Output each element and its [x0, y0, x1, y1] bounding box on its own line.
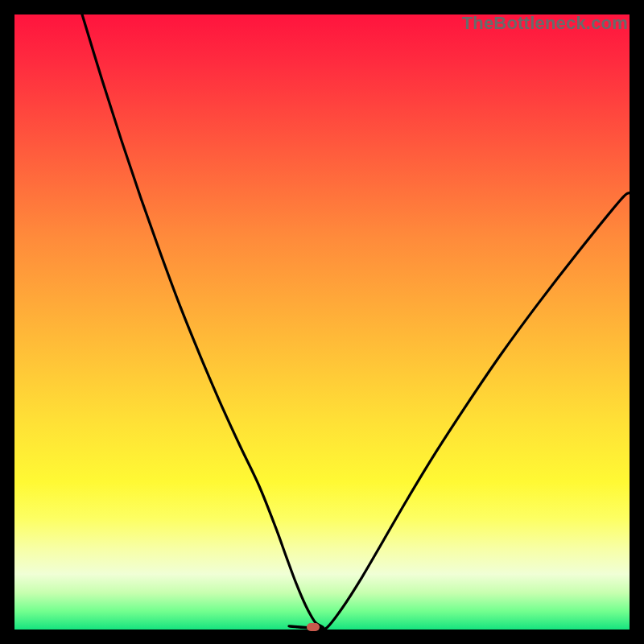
trough-marker-icon — [307, 623, 320, 631]
plot-area: TheBottleneck.com — [14, 14, 630, 630]
chart-frame: TheBottleneck.com — [0, 0, 644, 644]
bottleneck-curve — [14, 14, 630, 630]
